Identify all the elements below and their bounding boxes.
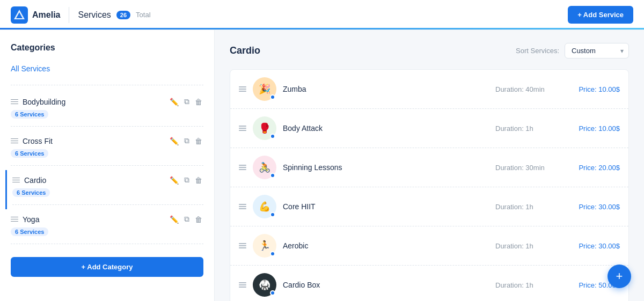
- service-drag-handle[interactable]: [239, 282, 246, 288]
- service-row[interactable]: 🏃 Aerobic Duration: 1h Price: 30.00$: [230, 226, 628, 266]
- sort-select-wrapper: CustomBy NameBy PriceBy Duration: [565, 43, 629, 58]
- category-header: Cardio ✏️ ⧉ 🗑: [12, 174, 203, 186]
- category-name-area: Yoga: [11, 215, 39, 224]
- service-avatar: 🎉: [253, 77, 276, 101]
- total-label: Total: [136, 11, 150, 19]
- service-name: Aerobic: [283, 241, 489, 250]
- drag-handle-icon[interactable]: [11, 99, 18, 105]
- service-price: Price: 10.00$: [566, 124, 620, 133]
- service-duration: Duration: 1h: [495, 242, 560, 250]
- nav-title-area: Services 26 Total: [78, 10, 150, 20]
- service-duration: Duration: 40min: [495, 85, 560, 93]
- category-bottom-divider: [12, 204, 203, 205]
- category-name: Bodybuilding: [23, 98, 65, 106]
- add-category-button[interactable]: + Add Category: [11, 257, 203, 277]
- category-bottom-divider: [11, 244, 203, 244]
- service-duration: Duration: 1h: [495, 203, 560, 211]
- category-actions: ✏️ ⧉ 🗑: [169, 174, 203, 186]
- drag-handle-icon[interactable]: [11, 217, 18, 222]
- main-layout: Categories All Services Bodybuilding ✏️ …: [0, 30, 644, 301]
- service-drag-handle[interactable]: [239, 86, 246, 92]
- copy-icon[interactable]: ⧉: [183, 174, 191, 186]
- category-name: Yoga: [23, 215, 39, 224]
- copy-icon[interactable]: ⧉: [183, 96, 191, 107]
- sort-area: Sort Services: CustomBy NameBy PriceBy D…: [516, 43, 629, 58]
- service-avatar: 🥊: [253, 116, 276, 140]
- edit-icon[interactable]: ✏️: [169, 136, 180, 146]
- service-row[interactable]: 🎉 Zumba Duration: 40min Price: 10.00$: [230, 70, 628, 109]
- online-dot: [270, 94, 275, 100]
- drag-handle-icon[interactable]: [12, 178, 20, 183]
- copy-icon[interactable]: ⧉: [183, 214, 191, 225]
- service-name: Cardio Box: [283, 281, 489, 289]
- service-count-badge: 6 Services: [12, 188, 50, 197]
- service-avatar: 💪: [253, 195, 276, 218]
- top-accent-line: [0, 28, 644, 30]
- delete-icon[interactable]: 🗑: [194, 175, 203, 186]
- edit-icon[interactable]: ✏️: [169, 175, 180, 186]
- sidebar-category-item[interactable]: Cross Fit ✏️ ⧉ 🗑 6 Services: [11, 131, 203, 170]
- sort-label: Sort Services:: [516, 47, 559, 55]
- online-dot: [270, 251, 275, 256]
- content-area: Cardio Sort Services: CustomBy NameBy Pr…: [215, 30, 644, 301]
- service-count-badge: 6 Services: [11, 149, 48, 158]
- logo-area: Amelia: [11, 6, 60, 24]
- sort-select[interactable]: CustomBy NameBy PriceBy Duration: [565, 43, 629, 58]
- add-service-button[interactable]: + Add Service: [568, 6, 633, 24]
- services-count-badge: 26: [116, 11, 130, 19]
- drag-handle-icon[interactable]: [11, 138, 18, 144]
- online-dot: [270, 212, 275, 217]
- service-price: Price: 20.00$: [566, 164, 620, 172]
- sidebar-category-item[interactable]: Yoga ✏️ ⧉ 🗑 6 Services: [11, 209, 203, 248]
- service-price: Price: 30.00$: [566, 242, 620, 250]
- category-bottom-divider: [11, 126, 203, 127]
- copy-icon[interactable]: ⧉: [183, 135, 191, 146]
- service-price: Price: 30.00$: [566, 203, 620, 211]
- service-row[interactable]: 🥋 Cardio Box Duration: 1h Price: 50.00$: [230, 266, 628, 301]
- all-services-item[interactable]: All Services: [11, 62, 203, 75]
- category-actions: ✏️ ⧉ 🗑: [169, 214, 203, 225]
- categories-list: Bodybuilding ✏️ ⧉ 🗑 6 Services Cross Fit…: [11, 92, 203, 248]
- category-actions: ✏️ ⧉ 🗑: [169, 135, 203, 146]
- service-name: Spinning Lessons: [283, 163, 489, 172]
- category-name: Cross Fit: [23, 137, 53, 145]
- service-drag-handle[interactable]: [239, 126, 246, 131]
- delete-icon[interactable]: 🗑: [194, 97, 203, 107]
- service-row[interactable]: 🚴 Spinning Lessons Duration: 30min Price…: [230, 148, 628, 187]
- sidebar: Categories All Services Bodybuilding ✏️ …: [0, 30, 215, 301]
- content-header: Cardio Sort Services: CustomBy NameBy Pr…: [230, 43, 629, 58]
- category-name-area: Cardio: [12, 176, 46, 185]
- service-drag-handle[interactable]: [239, 243, 246, 248]
- delete-icon[interactable]: 🗑: [194, 136, 203, 146]
- service-avatar: 🥋: [253, 273, 276, 297]
- service-row[interactable]: 🥊 Body Attack Duration: 1h Price: 10.00$: [230, 109, 628, 148]
- online-dot: [270, 290, 275, 296]
- category-header: Bodybuilding ✏️ ⧉ 🗑: [11, 96, 203, 107]
- nav-title: Services: [78, 10, 111, 20]
- category-name: Cardio: [24, 176, 46, 185]
- service-drag-handle[interactable]: [239, 204, 246, 209]
- service-row[interactable]: 💪 Core HIIT Duration: 1h Price: 30.00$: [230, 187, 628, 226]
- service-price: Price: 10.00$: [566, 85, 620, 93]
- sidebar-category-item[interactable]: Cardio ✏️ ⧉ 🗑 6 Services: [5, 170, 203, 209]
- service-drag-handle[interactable]: [239, 165, 246, 170]
- edit-icon[interactable]: ✏️: [169, 97, 180, 107]
- online-dot: [270, 134, 275, 139]
- service-list: 🎉 Zumba Duration: 40min Price: 10.00$ 🥊 …: [230, 69, 629, 301]
- service-count-badge: 6 Services: [11, 227, 48, 236]
- sidebar-top-divider: [11, 85, 203, 85]
- top-nav: Amelia Services 26 Total + Add Service: [0, 0, 644, 30]
- fab-button[interactable]: +: [608, 265, 631, 288]
- service-name: Body Attack: [283, 124, 489, 133]
- content-title: Cardio: [230, 45, 260, 56]
- service-duration: Duration: 1h: [495, 281, 560, 289]
- delete-icon[interactable]: 🗑: [194, 214, 203, 225]
- logo-text: Amelia: [32, 10, 60, 20]
- edit-icon[interactable]: ✏️: [169, 214, 180, 225]
- sidebar-category-item[interactable]: Bodybuilding ✏️ ⧉ 🗑 6 Services: [11, 92, 203, 131]
- logo-icon: [11, 6, 28, 24]
- category-name-area: Cross Fit: [11, 137, 53, 145]
- service-duration: Duration: 1h: [495, 124, 560, 133]
- service-duration: Duration: 30min: [495, 164, 560, 172]
- category-header: Yoga ✏️ ⧉ 🗑: [11, 214, 203, 225]
